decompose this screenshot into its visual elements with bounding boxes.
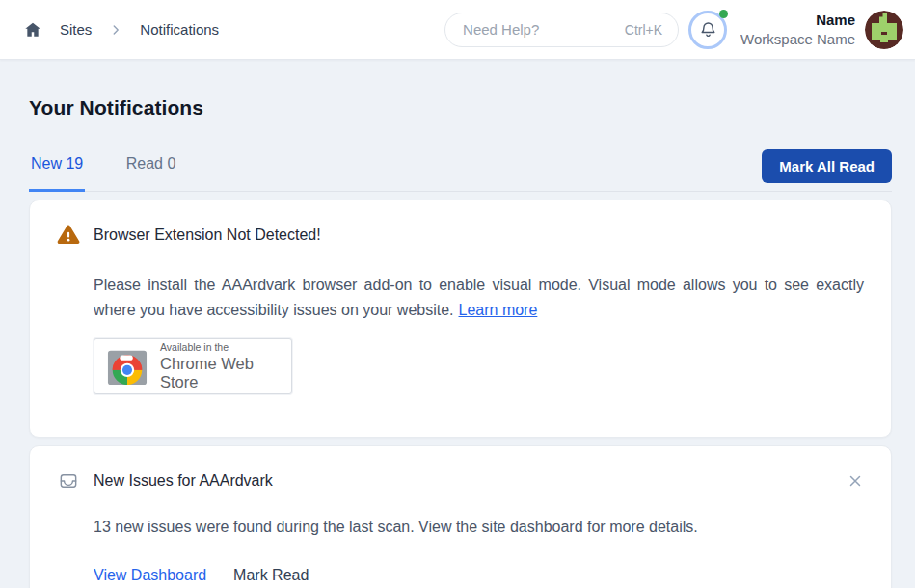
mark-all-read-button[interactable]: Mark All Read	[762, 149, 892, 183]
top-header: Sites Notifications Ctrl+K Name Workspac…	[0, 0, 915, 60]
online-status-dot	[719, 10, 728, 18]
learn-more-link[interactable]: Learn more	[459, 302, 538, 318]
view-dashboard-link[interactable]: View Dashboard	[94, 567, 206, 584]
warning-triangle-icon	[57, 224, 80, 246]
close-icon[interactable]	[847, 472, 864, 490]
breadcrumb: Sites Notifications	[23, 20, 219, 40]
inbox-icon	[57, 469, 80, 492]
notification-body: 13 new issues were found during the last…	[94, 515, 864, 540]
notification-card-new-issues: New Issues for AAArdvark 13 new issues w…	[29, 445, 892, 588]
badge-line2: Chrome Web Store	[160, 355, 282, 391]
chrome-web-store-text: Available in the Chrome Web Store	[160, 341, 282, 391]
workspace-name: Workspace Name	[740, 30, 855, 49]
notification-card-extension: Browser Extension Not Detected! Please i…	[29, 200, 892, 438]
account-menu[interactable]: Name Workspace Name	[740, 11, 855, 49]
mark-read-link[interactable]: Mark Read	[233, 567, 309, 584]
chevron-right-icon	[109, 23, 122, 37]
card-head: New Issues for AAArdvark	[57, 469, 864, 492]
breadcrumb-sites[interactable]: Sites	[60, 21, 92, 38]
breadcrumb-notifications[interactable]: Notifications	[140, 21, 219, 38]
notification-title: New Issues for AAArdvark	[94, 472, 273, 490]
notification-body: Please install the AAArdvark browser add…	[94, 273, 864, 323]
notifications-bell-button[interactable]	[688, 11, 727, 49]
tabs-bar: New 19 Read 0 Mark All Read	[29, 151, 892, 192]
tab-new[interactable]: New 19	[29, 151, 85, 192]
search-shortcut-hint: Ctrl+K	[625, 22, 662, 38]
home-icon[interactable]	[23, 20, 42, 40]
tab-read[interactable]: Read 0	[124, 151, 178, 191]
badge-line1: Available in the	[160, 341, 282, 353]
notification-title: Browser Extension Not Detected!	[94, 227, 321, 244]
card-head: Browser Extension Not Detected!	[57, 224, 864, 246]
help-search[interactable]: Ctrl+K	[444, 13, 679, 47]
avatar[interactable]	[865, 11, 903, 49]
notification-actions: View Dashboard Mark Read	[94, 567, 864, 584]
page-title: Your Notifications	[29, 96, 892, 120]
chrome-web-store-icon	[106, 346, 148, 387]
main-content: Your Notifications New 19 Read 0 Mark Al…	[0, 60, 915, 588]
help-search-input[interactable]	[463, 21, 625, 38]
user-name: Name	[740, 11, 855, 30]
chrome-web-store-badge[interactable]: Available in the Chrome Web Store	[94, 338, 292, 394]
